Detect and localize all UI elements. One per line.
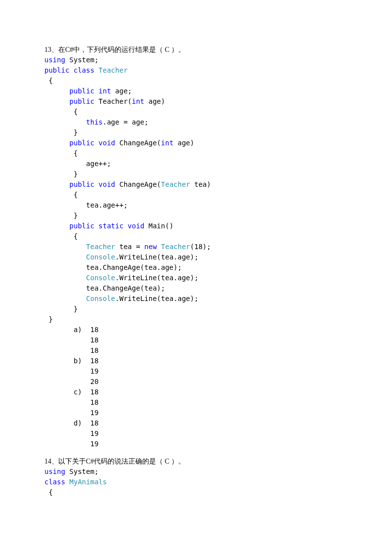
code-text: System; xyxy=(65,56,98,64)
q13-code: using System; public class Teacher { pub… xyxy=(44,55,348,325)
code-text: .WriteLine(tea.age); xyxy=(115,274,198,282)
brace: } xyxy=(44,305,78,313)
kw-public: public xyxy=(44,87,94,95)
code-text: age) xyxy=(144,97,165,105)
type-console: Console xyxy=(86,253,115,261)
type-console: Console xyxy=(86,295,115,302)
code-text: tea.age++; xyxy=(44,201,128,209)
brace: { xyxy=(44,108,78,116)
code-text xyxy=(157,243,161,251)
kw-public: public xyxy=(44,180,94,188)
type-teacher: Teacher xyxy=(94,66,127,74)
type-console: Console xyxy=(86,274,115,282)
brace: } xyxy=(44,128,78,136)
indent xyxy=(44,118,86,126)
kw-public: public xyxy=(44,66,70,74)
kw-int: int xyxy=(94,87,111,95)
kw-class: class xyxy=(44,478,65,486)
indent xyxy=(44,295,86,302)
kw-int: int xyxy=(132,97,144,105)
kw-static: static xyxy=(94,222,123,230)
brace: } xyxy=(44,170,78,178)
q13-intro: 13、在C#中，下列代码的运行结果是（ C ）。 xyxy=(44,44,348,55)
kw-public: public xyxy=(44,97,94,105)
kw-int: int xyxy=(161,139,173,147)
code-text: .WriteLine(tea.age); xyxy=(115,295,198,302)
code-text: tea) xyxy=(190,180,211,188)
brace: { xyxy=(44,191,78,199)
brace: { xyxy=(44,488,53,496)
code-text: System; xyxy=(65,468,98,475)
code-text: tea = xyxy=(115,243,144,251)
indent xyxy=(44,274,86,282)
type-myanimals: MyAnimals xyxy=(65,478,107,486)
kw-new: new xyxy=(144,243,157,251)
kw-void: void xyxy=(94,139,115,147)
code-text: age) xyxy=(173,139,194,147)
kw-this: this xyxy=(86,118,103,126)
kw-using: using xyxy=(44,468,65,475)
kw-using: using xyxy=(44,56,65,64)
kw-void: void xyxy=(94,180,115,188)
code-text: ChangeAge( xyxy=(115,139,161,147)
code-text: age; xyxy=(111,87,132,95)
brace: } xyxy=(44,212,78,219)
kw-public: public xyxy=(44,222,94,230)
q14-intro: 14、以下关于C#代码的说法正确的是（ C ）。 xyxy=(44,456,348,467)
code-text: tea.ChangeAge(tea.age); xyxy=(44,263,182,271)
code-text: (18); xyxy=(190,243,211,251)
q13-options: a) 18 18 18 b) 18 19 20 c) 18 18 19 d) 1… xyxy=(44,325,348,449)
brace: { xyxy=(44,232,78,240)
code-text: Main() xyxy=(144,222,173,230)
kw-void: void xyxy=(123,222,144,230)
code-text: tea.ChangeAge(tea); xyxy=(44,284,165,292)
indent xyxy=(44,243,86,251)
brace: } xyxy=(44,315,53,323)
kw-class: class xyxy=(70,66,95,74)
code-text: .age = age; xyxy=(103,118,149,126)
brace: { xyxy=(44,77,53,85)
type-teacher: Teacher xyxy=(86,243,115,251)
q14-code: using System; class MyAnimals { xyxy=(44,467,348,498)
code-text: age++; xyxy=(44,160,111,168)
code-text: .WriteLine(tea.age); xyxy=(115,253,198,261)
brace: { xyxy=(44,149,78,157)
type-teacher: Teacher xyxy=(161,243,190,251)
code-text: Teacher( xyxy=(94,97,132,105)
code-text: ChangeAge( xyxy=(115,180,161,188)
indent xyxy=(44,253,86,261)
kw-public: public xyxy=(44,139,94,147)
type-teacher: Teacher xyxy=(161,180,190,188)
